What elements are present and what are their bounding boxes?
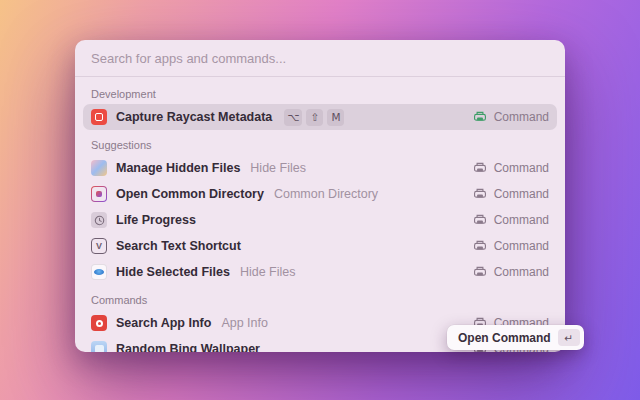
clock-icon (91, 212, 107, 228)
accessory: Command (473, 213, 549, 227)
list-item-capture-raycast-metadata[interactable]: Capture Raycast Metadata ⌥ ⇧ M Command (83, 104, 557, 130)
launcher-window: Development Capture Raycast Metadata ⌥ ⇧… (75, 40, 565, 352)
accessory: Command (473, 239, 549, 253)
option-key: ⌥ (284, 109, 302, 126)
list-item-open-common-directory[interactable]: Open Common Directory Common Directory C… (83, 181, 557, 207)
section-header-development: Development (83, 79, 557, 104)
item-subtitle: Common Directory (274, 187, 378, 201)
accessory-label: Command (494, 110, 549, 124)
letter-v-icon: V (91, 238, 107, 254)
search-bar (75, 40, 565, 77)
m-key: M (327, 109, 344, 126)
item-subtitle: App Info (221, 316, 268, 330)
list-item-manage-hidden-files[interactable]: Manage Hidden Files Hide Files Command (83, 155, 557, 181)
item-title: Random Bing Wallpaper (116, 342, 260, 352)
item-title: Hide Selected Files (116, 265, 230, 279)
results-list: Development Capture Raycast Metadata ⌥ ⇧… (75, 77, 565, 352)
list-item-life-progress[interactable]: Life Progress Command (83, 207, 557, 233)
accessory-label: Command (494, 239, 549, 253)
accessory-label: Command (494, 187, 549, 201)
item-title: Open Common Directory (116, 187, 264, 201)
wallpaper-icon (91, 341, 107, 352)
printer-icon (473, 110, 487, 124)
common-directory-icon (91, 186, 107, 202)
item-subtitle: Hide Files (250, 161, 306, 175)
item-subtitle: Hide Files (240, 265, 296, 279)
shortcut-keys: ⌥ ⇧ M (284, 109, 344, 126)
printer-icon (473, 213, 487, 227)
item-title: Search Text Shortcut (116, 239, 241, 253)
accessory: Command (473, 265, 549, 279)
list-item-search-text-shortcut[interactable]: V Search Text Shortcut Command (83, 233, 557, 259)
tooltip-label: Open Command (458, 331, 551, 345)
printer-icon (473, 239, 487, 253)
open-command-tooltip[interactable]: Open Command ↵ (447, 325, 584, 350)
item-title: Manage Hidden Files (116, 161, 240, 175)
shift-key: ⇧ (306, 109, 323, 126)
section-header-suggestions: Suggestions (83, 130, 557, 155)
accessory: Command (473, 161, 549, 175)
item-title: Life Progress (116, 213, 196, 227)
item-title: Capture Raycast Metadata (116, 110, 272, 124)
printer-icon (473, 187, 487, 201)
red-ring-icon (91, 315, 107, 331)
accessory: Command (473, 187, 549, 201)
search-input[interactable] (75, 40, 565, 76)
printer-icon (473, 265, 487, 279)
accessory-label: Command (494, 213, 549, 227)
return-key: ↵ (558, 329, 580, 346)
accessory-label: Command (494, 265, 549, 279)
printer-icon (473, 161, 487, 175)
raycast-logo-icon (91, 109, 107, 125)
hidden-files-icon (91, 160, 107, 176)
accessory-label: Command (494, 161, 549, 175)
desktop-background: Development Capture Raycast Metadata ⌥ ⇧… (0, 0, 640, 400)
item-title: Search App Info (116, 316, 211, 330)
section-header-commands: Commands (83, 285, 557, 310)
accessory: Command (473, 110, 549, 124)
blue-eye-icon (91, 264, 107, 280)
list-item-hide-selected-files[interactable]: Hide Selected Files Hide Files Command (83, 259, 557, 285)
